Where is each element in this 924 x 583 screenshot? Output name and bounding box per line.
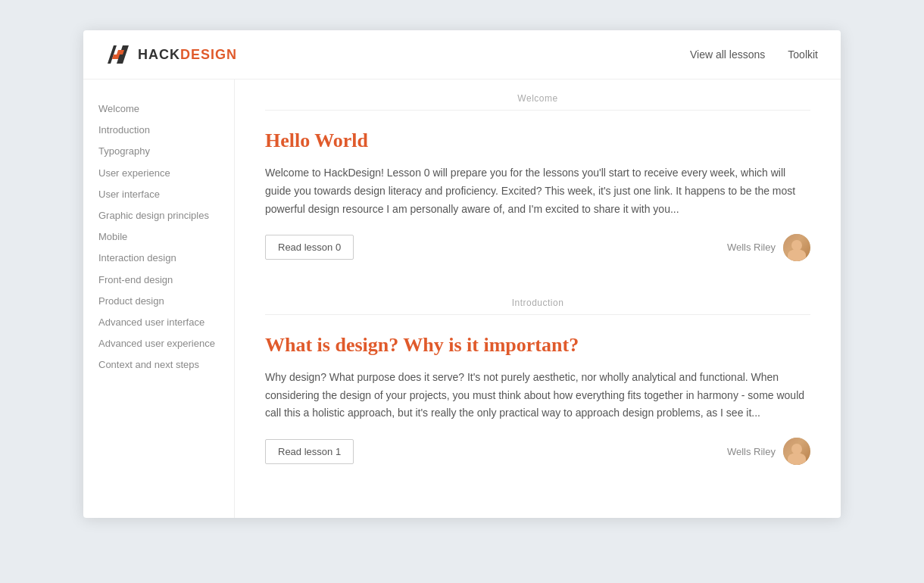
avatar-face-0	[783, 234, 810, 261]
lesson-block-0: Hello World Welcome to HackDesign! Lesso…	[265, 129, 810, 261]
app-window: HACKDESIGN View all lessons Toolkit Welc…	[83, 30, 841, 518]
sidebar-item-adv-interface[interactable]: Advanced user interface	[98, 316, 219, 329]
sidebar-item-adv-experience[interactable]: Advanced user experience	[98, 337, 219, 351]
sidebar-item-user-experience[interactable]: User experience	[98, 167, 219, 180]
avatar-face-1	[783, 438, 810, 465]
logo-icon	[106, 44, 133, 65]
sidebar-item-typography[interactable]: Typography	[98, 145, 219, 158]
section-label-introduction: Introduction	[265, 284, 810, 314]
read-lesson-1-button[interactable]: Read lesson 1	[265, 439, 354, 464]
sidebar-item-interaction[interactable]: Interaction design	[98, 251, 219, 265]
sidebar-item-welcome[interactable]: Welcome	[98, 102, 219, 116]
sidebar-item-graphic-design[interactable]: Graphic design principles	[98, 209, 219, 223]
header-nav: View all lessons Toolkit	[690, 48, 818, 61]
lesson-excerpt-0: Welcome to HackDesign! Lesson 0 will pre…	[265, 164, 810, 218]
author-name-0: Wells Riley	[727, 242, 776, 253]
lesson-excerpt-1: Why design? What purpose does it serve? …	[265, 369, 810, 422]
body-layout: Welcome Introduction Typography User exp…	[83, 80, 841, 518]
divider-welcome	[265, 110, 810, 111]
author-block-1: Wells Riley	[727, 438, 810, 465]
lesson-footer-1: Read lesson 1 Wells Riley	[265, 438, 810, 465]
divider-introduction	[265, 314, 810, 315]
lesson-title-0: Hello World	[265, 129, 810, 152]
lesson-title-1: What is design? Why is it important?	[265, 333, 810, 357]
author-name-1: Wells Riley	[727, 446, 776, 457]
sidebar-item-context[interactable]: Context and next steps	[98, 358, 219, 372]
sidebar: Welcome Introduction Typography User exp…	[83, 80, 235, 518]
logo[interactable]: HACKDESIGN	[106, 44, 237, 65]
sidebar-item-product[interactable]: Product design	[98, 295, 219, 308]
logo-text: HACKDESIGN	[138, 47, 237, 63]
sidebar-item-user-interface[interactable]: User interface	[98, 188, 219, 201]
section-label-welcome: Welcome	[265, 80, 810, 110]
toolkit-link[interactable]: Toolkit	[788, 48, 818, 61]
sidebar-item-frontend[interactable]: Front-end design	[98, 273, 219, 287]
avatar-0	[783, 234, 810, 261]
sidebar-item-introduction[interactable]: Introduction	[98, 123, 219, 137]
main-content: Welcome Hello World Welcome to HackDesig…	[235, 80, 841, 518]
read-lesson-0-button[interactable]: Read lesson 0	[265, 235, 354, 260]
view-all-lessons-link[interactable]: View all lessons	[690, 48, 765, 61]
sidebar-item-mobile[interactable]: Mobile	[98, 230, 219, 244]
lesson-footer-0: Read lesson 0 Wells Riley	[265, 234, 810, 261]
lesson-block-1: What is design? Why is it important? Why…	[265, 333, 810, 466]
header: HACKDESIGN View all lessons Toolkit	[83, 30, 841, 80]
avatar-1	[783, 438, 810, 465]
author-block-0: Wells Riley	[727, 234, 810, 261]
